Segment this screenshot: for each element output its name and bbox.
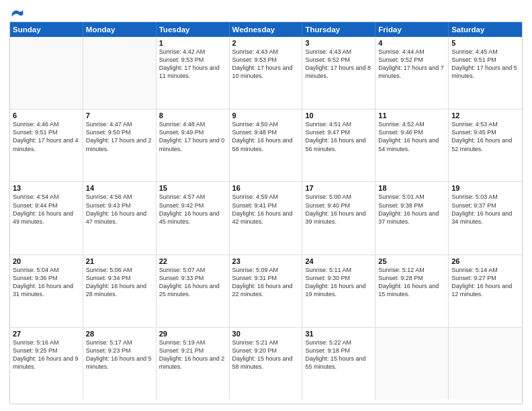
day-number: 12 [451,111,519,120]
day-info: Sunrise: 4:53 AM Sunset: 9:45 PM Dayligh… [451,120,519,153]
day-info: Sunrise: 4:57 AM Sunset: 9:42 PM Dayligh… [159,193,226,226]
calendar-cell-8: 8Sunrise: 4:48 AM Sunset: 9:49 PM Daylig… [157,109,230,181]
day-number: 9 [232,111,300,120]
calendar-cell-14: 14Sunrise: 4:56 AM Sunset: 9:43 PM Dayli… [83,182,157,254]
day-number: 10 [305,111,372,120]
calendar-cell-empty-4-5 [375,328,449,400]
calendar-week-1: 1Sunrise: 4:42 AM Sunset: 9:53 PM Daylig… [10,37,522,109]
day-info: Sunrise: 5:04 AM Sunset: 9:36 PM Dayligh… [13,266,80,299]
day-number: 31 [305,330,372,338]
day-number: 22 [159,257,226,265]
calendar-header-friday: Friday [375,22,449,37]
calendar-cell-13: 13Sunrise: 4:54 AM Sunset: 9:44 PM Dayli… [10,182,83,254]
day-number: 14 [86,184,153,192]
calendar-cell-24: 24Sunrise: 5:11 AM Sunset: 9:30 PM Dayli… [302,255,375,327]
day-info: Sunrise: 5:06 AM Sunset: 9:34 PM Dayligh… [86,266,153,299]
day-number: 4 [378,39,445,47]
calendar-cell-21: 21Sunrise: 5:06 AM Sunset: 9:34 PM Dayli… [83,255,157,327]
day-number: 19 [451,184,519,192]
day-info: Sunrise: 4:45 AM Sunset: 9:51 PM Dayligh… [451,48,519,81]
calendar-cell-empty-0-1 [83,37,157,109]
day-info: Sunrise: 4:51 AM Sunset: 9:47 PM Dayligh… [305,120,372,153]
calendar-cell-3: 3Sunrise: 4:43 AM Sunset: 9:52 PM Daylig… [302,37,375,109]
calendar-header-tuesday: Tuesday [157,22,230,37]
day-number: 21 [86,257,153,265]
calendar-header-monday: Monday [83,22,157,37]
day-number: 6 [13,111,80,120]
day-number: 3 [305,39,372,47]
header [9,7,523,17]
calendar-cell-20: 20Sunrise: 5:04 AM Sunset: 9:36 PM Dayli… [10,255,83,327]
day-number: 23 [232,257,300,265]
day-number: 2 [232,39,300,47]
day-info: Sunrise: 5:14 AM Sunset: 9:27 PM Dayligh… [451,266,519,299]
day-info: Sunrise: 5:19 AM Sunset: 9:21 PM Dayligh… [159,338,226,371]
calendar-cell-25: 25Sunrise: 5:12 AM Sunset: 9:28 PM Dayli… [375,255,449,327]
day-info: Sunrise: 5:01 AM Sunset: 9:38 PM Dayligh… [378,193,445,226]
calendar-cell-10: 10Sunrise: 4:51 AM Sunset: 9:47 PM Dayli… [302,109,375,181]
calendar-cell-empty-4-6 [449,328,522,400]
calendar-week-2: 6Sunrise: 4:46 AM Sunset: 9:51 PM Daylig… [10,109,522,182]
day-info: Sunrise: 4:43 AM Sunset: 9:53 PM Dayligh… [232,48,300,81]
day-info: Sunrise: 5:03 AM Sunset: 9:37 PM Dayligh… [451,193,519,226]
calendar-cell-12: 12Sunrise: 4:53 AM Sunset: 9:45 PM Dayli… [449,109,522,181]
calendar-cell-22: 22Sunrise: 5:07 AM Sunset: 9:33 PM Dayli… [157,255,230,327]
calendar-cell-23: 23Sunrise: 5:09 AM Sunset: 9:31 PM Dayli… [230,255,303,327]
day-info: Sunrise: 5:07 AM Sunset: 9:33 PM Dayligh… [159,266,226,299]
day-info: Sunrise: 5:17 AM Sunset: 9:23 PM Dayligh… [86,338,153,371]
day-number: 25 [378,257,445,265]
day-number: 1 [159,39,226,47]
calendar-body: 1Sunrise: 4:42 AM Sunset: 9:53 PM Daylig… [10,37,522,400]
day-info: Sunrise: 5:12 AM Sunset: 9:28 PM Dayligh… [378,266,445,299]
calendar-cell-9: 9Sunrise: 4:50 AM Sunset: 9:48 PM Daylig… [230,109,303,181]
calendar-cell-16: 16Sunrise: 4:59 AM Sunset: 9:41 PM Dayli… [230,182,303,254]
calendar-header-saturday: Saturday [449,22,522,37]
day-info: Sunrise: 5:11 AM Sunset: 9:30 PM Dayligh… [305,266,372,299]
calendar-cell-7: 7Sunrise: 4:47 AM Sunset: 9:50 PM Daylig… [83,109,157,181]
day-info: Sunrise: 4:46 AM Sunset: 9:51 PM Dayligh… [13,120,80,153]
calendar-week-3: 13Sunrise: 4:54 AM Sunset: 9:44 PM Dayli… [10,182,522,255]
day-number: 27 [13,330,80,338]
calendar-cell-26: 26Sunrise: 5:14 AM Sunset: 9:27 PM Dayli… [449,255,522,327]
calendar-cell-5: 5Sunrise: 4:45 AM Sunset: 9:51 PM Daylig… [449,37,522,109]
logo [9,7,24,17]
calendar-cell-empty-0-0 [10,37,83,109]
day-number: 24 [305,257,372,265]
calendar-cell-15: 15Sunrise: 4:57 AM Sunset: 9:42 PM Dayli… [157,182,230,254]
day-info: Sunrise: 4:47 AM Sunset: 9:50 PM Dayligh… [86,120,153,153]
calendar-cell-2: 2Sunrise: 4:43 AM Sunset: 9:53 PM Daylig… [230,37,303,109]
calendar-week-5: 27Sunrise: 5:16 AM Sunset: 9:25 PM Dayli… [10,328,522,400]
calendar-header-sunday: Sunday [10,22,83,37]
day-info: Sunrise: 5:00 AM Sunset: 9:40 PM Dayligh… [305,193,372,226]
calendar-cell-4: 4Sunrise: 4:44 AM Sunset: 9:52 PM Daylig… [375,37,449,109]
calendar-header-thursday: Thursday [302,22,375,37]
day-info: Sunrise: 4:48 AM Sunset: 9:49 PM Dayligh… [159,120,226,153]
calendar-cell-17: 17Sunrise: 5:00 AM Sunset: 9:40 PM Dayli… [302,182,375,254]
calendar-cell-28: 28Sunrise: 5:17 AM Sunset: 9:23 PM Dayli… [83,328,157,400]
day-number: 8 [159,111,226,120]
day-info: Sunrise: 4:50 AM Sunset: 9:48 PM Dayligh… [232,120,300,153]
day-info: Sunrise: 4:42 AM Sunset: 9:53 PM Dayligh… [159,48,226,81]
day-number: 29 [159,330,226,338]
day-number: 26 [451,257,519,265]
calendar-week-4: 20Sunrise: 5:04 AM Sunset: 9:36 PM Dayli… [10,255,522,328]
calendar-cell-18: 18Sunrise: 5:01 AM Sunset: 9:38 PM Dayli… [375,182,449,254]
calendar: SundayMondayTuesdayWednesdayThursdayFrid… [9,21,523,404]
day-number: 18 [378,184,445,192]
calendar-cell-6: 6Sunrise: 4:46 AM Sunset: 9:51 PM Daylig… [10,109,83,181]
day-number: 20 [13,257,80,265]
day-number: 17 [305,184,372,192]
day-number: 15 [159,184,226,192]
calendar-cell-11: 11Sunrise: 4:52 AM Sunset: 9:46 PM Dayli… [375,109,449,181]
day-number: 13 [13,184,80,192]
calendar-cell-30: 30Sunrise: 5:21 AM Sunset: 9:20 PM Dayli… [230,328,303,400]
day-info: Sunrise: 4:44 AM Sunset: 9:52 PM Dayligh… [378,48,445,81]
day-number: 5 [451,39,519,47]
day-number: 7 [86,111,153,120]
calendar-cell-19: 19Sunrise: 5:03 AM Sunset: 9:37 PM Dayli… [449,182,522,254]
day-number: 28 [86,330,153,338]
day-info: Sunrise: 5:21 AM Sunset: 9:20 PM Dayligh… [232,338,300,371]
calendar-cell-27: 27Sunrise: 5:16 AM Sunset: 9:25 PM Dayli… [10,328,83,400]
day-number: 16 [232,184,300,192]
day-info: Sunrise: 4:56 AM Sunset: 9:43 PM Dayligh… [86,193,153,226]
